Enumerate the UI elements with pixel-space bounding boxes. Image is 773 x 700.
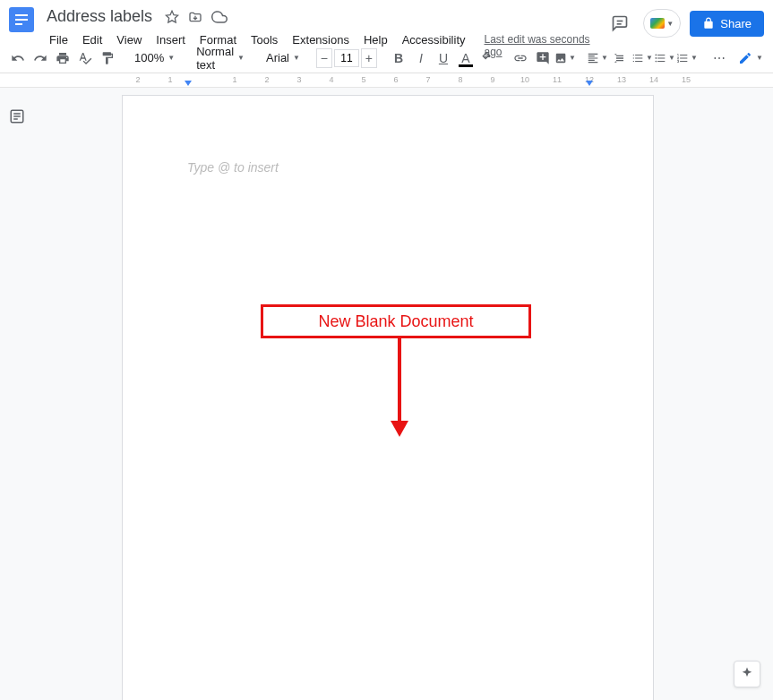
spellcheck-button[interactable] [74, 47, 96, 69]
document-title[interactable]: Address labels [43, 5, 156, 28]
align-button[interactable]: ▼ [587, 47, 608, 69]
workspace: Type @ to insert [0, 88, 773, 700]
font-size-group: − + [316, 48, 377, 68]
italic-button[interactable]: I [410, 47, 432, 69]
star-icon[interactable] [165, 10, 179, 24]
text-color-button[interactable]: A [455, 47, 477, 69]
document-page[interactable]: Type @ to insert [122, 95, 654, 700]
paragraph-style-select[interactable]: Normal text ▼ [191, 47, 250, 69]
share-label: Share [720, 17, 752, 30]
insert-link-button[interactable] [510, 47, 531, 69]
zoom-select[interactable]: 100% ▼ [129, 47, 180, 69]
editing-mode-button[interactable]: ▼ [731, 47, 770, 70]
move-icon[interactable] [188, 10, 202, 24]
insert-image-button[interactable]: ▼ [554, 47, 576, 69]
share-button[interactable]: Share [690, 11, 764, 37]
increase-font-button[interactable]: + [361, 48, 377, 68]
bulleted-list-button[interactable]: ▼ [654, 47, 675, 69]
add-comment-button[interactable] [532, 47, 554, 69]
insert-placeholder: Type @ to insert [187, 160, 279, 175]
explore-button[interactable] [734, 661, 760, 687]
docs-logo[interactable] [9, 7, 34, 32]
numbered-list-button[interactable]: ▼ [676, 47, 698, 69]
sidebar-left [0, 88, 34, 700]
zoom-value: 100% [134, 51, 164, 64]
font-select[interactable]: Arial ▼ [261, 47, 305, 69]
more-button[interactable]: ⋯ [709, 47, 730, 69]
print-button[interactable] [52, 47, 73, 69]
redo-button[interactable] [30, 47, 51, 69]
docs-logo-icon [15, 13, 28, 26]
svg-marker-0 [166, 11, 177, 22]
highlight-color-button[interactable] [477, 47, 499, 69]
line-spacing-button[interactable] [609, 47, 631, 69]
meet-button[interactable]: ▼ [643, 9, 681, 38]
font-size-input[interactable] [334, 49, 359, 67]
app-header: Address labels File Edit View Insert For… [0, 0, 773, 43]
undo-button[interactable] [7, 47, 29, 69]
header-right: ▼ Share [606, 9, 764, 38]
decrease-font-button[interactable]: − [316, 48, 332, 68]
font-value: Arial [266, 51, 289, 64]
ruler[interactable]: 2 1 1 2 3 4 5 6 7 8 9 10 11 12 13 14 15 [0, 73, 773, 88]
ruler-indent-marker[interactable] [185, 81, 192, 86]
bold-button[interactable]: B [388, 47, 409, 69]
underline-button[interactable]: U [433, 47, 454, 69]
checklist-button[interactable]: ▼ [631, 47, 653, 69]
page-area: Type @ to insert [34, 88, 773, 700]
comments-history-icon[interactable] [606, 9, 634, 38]
ruler-right-marker[interactable] [586, 81, 593, 86]
cloud-status-icon[interactable] [211, 9, 228, 25]
paint-format-button[interactable] [97, 47, 118, 69]
style-value: Normal text [196, 45, 234, 72]
meet-camera-icon [650, 18, 665, 29]
outline-toggle-icon[interactable] [6, 106, 28, 127]
